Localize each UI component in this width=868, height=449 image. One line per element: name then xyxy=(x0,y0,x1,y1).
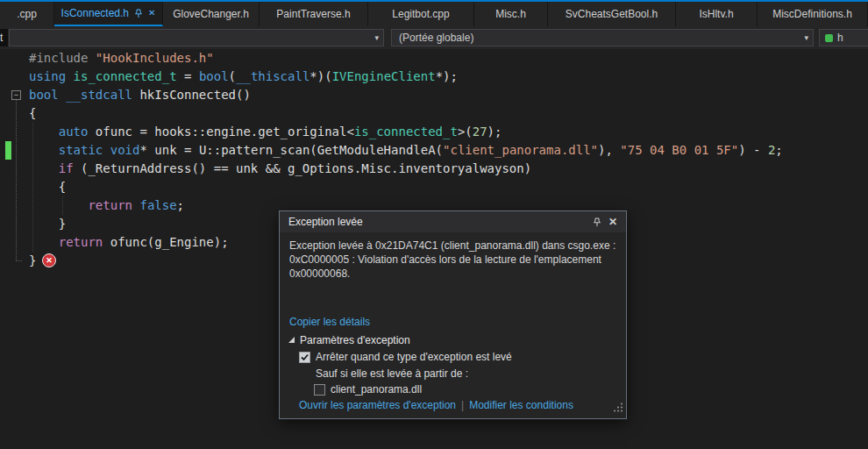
member-dropdown-value: h xyxy=(837,32,843,44)
code-line: { xyxy=(29,178,783,196)
outline-guide-line xyxy=(16,100,17,260)
dialog-bottom-links: Ouvrir les paramètres d'exception|Modifi… xyxy=(299,399,573,411)
exception-message: Exception levée à 0x21DA74C1 (client_pan… xyxy=(289,239,623,281)
link-separator: | xyxy=(461,399,464,411)
code-line: static void* unk = U::pattern_scan(GetMo… xyxy=(29,141,783,160)
module-exception-checkbox[interactable] xyxy=(314,384,325,396)
code-line: auto ofunc = hooks::engine.get_original<… xyxy=(29,123,783,141)
module-exception-label: client_panorama.dll xyxy=(331,383,422,396)
code-line: bool __stdcall hkIsConnected() xyxy=(29,86,783,104)
break-on-exception-row: Arrêter quand ce type d'exception est le… xyxy=(299,351,512,363)
nav-left-fragment: t xyxy=(0,29,8,46)
scope-dropdown[interactable]: (Portée globale) ▾ xyxy=(391,29,814,46)
exception-message-line: 0x00000068. xyxy=(289,267,623,281)
tab-legitbot-cpp[interactable]: Legitbot.cpp xyxy=(368,2,474,26)
exception-settings-expander[interactable]: Paramètres d'exception xyxy=(288,334,410,346)
code-line: #include "HookIncludes.h" xyxy=(29,49,783,68)
tab-label: IsHltv.h xyxy=(699,8,733,20)
exception-error-icon: ✕ xyxy=(42,253,56,267)
except-from-label: Sauf si elle est levée à partir de : xyxy=(316,367,468,380)
vs-window: { "window": { "accent_color": "#007acc" … xyxy=(0,0,868,449)
tab-label: GloveChanger.h xyxy=(173,8,249,20)
exception-dialog-titlebar[interactable]: Exception levée ✕ xyxy=(280,211,626,232)
break-on-exception-checkbox[interactable] xyxy=(299,352,310,363)
code-fold-toggle[interactable]: − xyxy=(11,90,21,100)
exception-dialog: Exception levée ✕ Exception levée à 0x21… xyxy=(279,210,627,419)
scope-dropdown-value: (Portée globale) xyxy=(399,32,473,44)
document-tabbar: .cppIsConnected.h✕GloveChanger.hPaintTra… xyxy=(0,2,868,26)
tab-label: SvCheatsGetBool.h xyxy=(566,8,658,20)
project-dropdown[interactable]: ▾ xyxy=(9,29,384,46)
exception-dialog-title: Exception levée xyxy=(288,216,589,228)
code-line: using is_connected_t = bool(__thiscall*)… xyxy=(29,68,783,86)
code-line: { xyxy=(29,104,783,123)
modified-line-indicator xyxy=(5,141,11,160)
module-exception-row: client_panorama.dll xyxy=(314,383,422,396)
close-icon[interactable]: ✕ xyxy=(605,214,621,230)
tab-label: MiscDefinitions.h xyxy=(772,8,852,20)
tab-svcheatsgetbool-h[interactable]: SvCheatsGetBool.h xyxy=(548,2,676,26)
exception-message-line: Exception levée à 0x21DA74C1 (client_pan… xyxy=(289,239,623,253)
tab-label: Legitbot.cpp xyxy=(392,8,449,20)
code-line: if (_ReturnAddress() == unk && g_Options… xyxy=(29,160,783,178)
break-on-exception-label: Arrêter quand ce type d'exception est le… xyxy=(316,351,512,363)
exception-message-line: 0xC0000005 : Violation d'accès lors de l… xyxy=(289,253,623,267)
tab-label: PaintTraverse.h xyxy=(276,8,350,20)
navigation-bar: t ▾ (Portée globale) ▾ h xyxy=(0,26,868,50)
pin-icon[interactable] xyxy=(589,214,605,230)
copy-details-link[interactable]: Copier les détails xyxy=(289,316,370,328)
tab-painttraverse-h[interactable]: PaintTraverse.h xyxy=(260,2,368,26)
tab-label: IsConnected.h xyxy=(61,7,129,19)
tab-misc-h[interactable]: Misc.h xyxy=(474,2,548,26)
tab-ishltv-h[interactable]: IsHltv.h xyxy=(676,2,758,26)
expander-label: Paramètres d'exception xyxy=(300,334,410,346)
expander-triangle-icon xyxy=(288,337,295,344)
tab-cpp[interactable]: .cpp xyxy=(0,2,54,26)
resize-grip[interactable] xyxy=(614,400,623,416)
close-icon[interactable]: ✕ xyxy=(148,9,155,18)
tab-isconnected-h[interactable]: IsConnected.h✕ xyxy=(54,2,163,26)
modify-conditions-link[interactable]: Modifier les conditions xyxy=(469,399,573,411)
tab-label: Misc.h xyxy=(495,8,526,20)
tab-miscdefinitions-h[interactable]: MiscDefinitions.h xyxy=(758,2,868,26)
resize-grip-dots-icon xyxy=(614,403,623,412)
member-dropdown[interactable]: h xyxy=(819,29,868,46)
chevron-down-icon: ▾ xyxy=(800,33,813,42)
method-icon xyxy=(825,34,833,42)
chevron-down-icon: ▾ xyxy=(370,33,383,42)
tab-glovechanger-h[interactable]: GloveChanger.h xyxy=(163,2,260,26)
outline-guide-end xyxy=(16,260,22,261)
pin-icon[interactable] xyxy=(134,9,143,18)
check-icon xyxy=(300,353,309,362)
tab-label: .cpp xyxy=(17,8,37,20)
open-exception-settings-link[interactable]: Ouvrir les paramètres d'exception xyxy=(299,399,456,411)
